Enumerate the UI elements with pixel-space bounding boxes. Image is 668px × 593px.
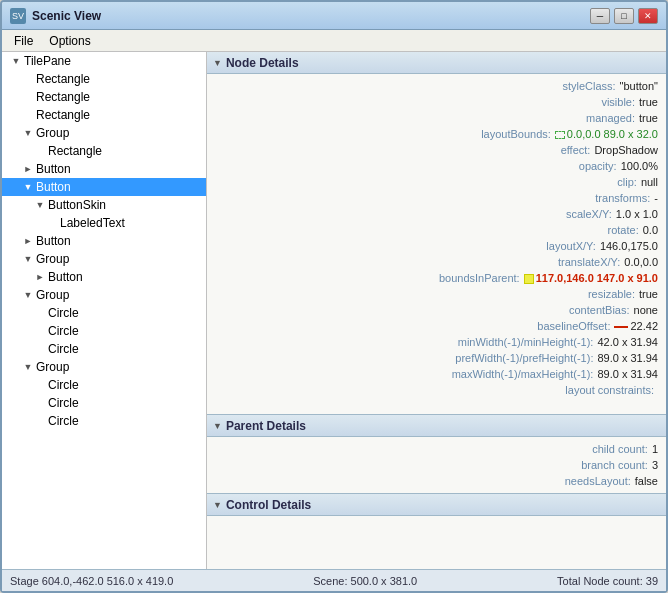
- tree-item-button3[interactable]: ► Button: [2, 232, 206, 250]
- toggle-button3[interactable]: ►: [22, 235, 34, 247]
- toggle-group1[interactable]: ▼: [22, 127, 34, 139]
- tree-item-circle4[interactable]: Circle: [2, 376, 206, 394]
- value-boundsinparent: 117.0,146.0 147.0 x 91.0: [524, 272, 658, 284]
- label-branchcount: branch count:: [581, 459, 648, 471]
- detail-baselineoffset: baselineOffset: 22.42: [207, 318, 666, 334]
- scene-tree[interactable]: ▼ TilePane Rectangle Rectangle Rectangle…: [2, 52, 207, 569]
- tree-item-circle2[interactable]: Circle: [2, 322, 206, 340]
- label-resizable: resizable:: [588, 288, 635, 300]
- tree-item-rect1[interactable]: Rectangle: [2, 70, 206, 88]
- label-boundsinparent: boundsInParent:: [439, 272, 520, 284]
- value-styleclass: "button": [620, 80, 658, 92]
- tree-label-group1: Group: [36, 126, 69, 140]
- tree-item-circle6[interactable]: Circle: [2, 412, 206, 430]
- toggle-button2[interactable]: ▼: [22, 181, 34, 193]
- close-button[interactable]: ✕: [638, 8, 658, 24]
- detail-scalexy: scaleX/Y: 1.0 x 1.0: [207, 206, 666, 222]
- value-layoutxy: 146.0,175.0: [600, 240, 658, 252]
- tree-item-rect2[interactable]: Rectangle: [2, 88, 206, 106]
- tree-label-button1: Button: [36, 162, 71, 176]
- value-clip: null: [641, 176, 658, 188]
- detail-branchcount: branch count: 3: [207, 457, 666, 473]
- toggle-group3[interactable]: ▼: [22, 289, 34, 301]
- menu-file[interactable]: File: [6, 32, 41, 50]
- value-resizable: true: [639, 288, 658, 300]
- detail-transforms: transforms: -: [207, 190, 666, 206]
- toggle-button1[interactable]: ►: [22, 163, 34, 175]
- value-opacity: 100.0%: [621, 160, 658, 172]
- detail-needslayout: needsLayout: false: [207, 473, 666, 489]
- detail-layoutxy: layoutX/Y: 146.0,175.0: [207, 238, 666, 254]
- tree-item-group1[interactable]: ▼ Group: [2, 124, 206, 142]
- detail-translatexy: translateX/Y: 0.0,0.0: [207, 254, 666, 270]
- value-branchcount: 3: [652, 459, 658, 471]
- parent-details-content: child count: 1 branch count: 3 needsLayo…: [207, 437, 666, 493]
- tree-label-rect4: Rectangle: [48, 144, 102, 158]
- label-opacity: opacity:: [579, 160, 617, 172]
- detail-visible: visible: true: [207, 94, 666, 110]
- label-effect: effect:: [561, 144, 591, 156]
- tree-label-group4: Group: [36, 360, 69, 374]
- node-details-toggle[interactable]: ▼: [213, 58, 222, 68]
- node-details-header: ▼ Node Details: [207, 52, 666, 74]
- control-details-toggle[interactable]: ▼: [213, 500, 222, 510]
- tree-label-labeledtext: LabeledText: [60, 216, 125, 230]
- status-bar: Stage 604.0,-462.0 516.0 x 419.0 Scene: …: [2, 569, 666, 591]
- parent-details-toggle[interactable]: ▼: [213, 421, 222, 431]
- tree-item-button1[interactable]: ► Button: [2, 160, 206, 178]
- tree-label-circle1: Circle: [48, 306, 79, 320]
- tree-item-button4[interactable]: ► Button: [2, 268, 206, 286]
- toggle-group4[interactable]: ▼: [22, 361, 34, 373]
- maximize-button[interactable]: □: [614, 8, 634, 24]
- toggle-buttonskin[interactable]: ▼: [34, 199, 46, 211]
- label-maxwh: maxWidth(-1)/maxHeight(-1):: [452, 368, 594, 380]
- detail-managed: managed: true: [207, 110, 666, 126]
- tree-item-group3[interactable]: ▼ Group: [2, 286, 206, 304]
- label-childcount: child count:: [592, 443, 648, 455]
- value-contentbias: none: [634, 304, 658, 316]
- toggle-circle3: [34, 343, 46, 355]
- tree-label-circle6: Circle: [48, 414, 79, 428]
- label-baselineoffset: baselineOffset:: [537, 320, 610, 332]
- tree-item-rect4[interactable]: Rectangle: [2, 142, 206, 160]
- tree-label-rect3: Rectangle: [36, 108, 90, 122]
- label-styleclass: styleClass:: [562, 80, 615, 92]
- tree-label-circle2: Circle: [48, 324, 79, 338]
- node-details-content: styleClass: "button" visible: true manag…: [207, 74, 666, 414]
- tree-item-tilepane[interactable]: ▼ TilePane: [2, 52, 206, 70]
- menu-bar: File Options: [2, 30, 666, 52]
- toggle-tilepane[interactable]: ▼: [10, 55, 22, 67]
- tree-label-button3: Button: [36, 234, 71, 248]
- label-transforms: transforms:: [595, 192, 650, 204]
- detail-opacity: opacity: 100.0%: [207, 158, 666, 174]
- toggle-button4[interactable]: ►: [34, 271, 46, 283]
- tree-item-rect3[interactable]: Rectangle: [2, 106, 206, 124]
- tree-label-circle3: Circle: [48, 342, 79, 356]
- label-layoutbounds: layoutBounds:: [481, 128, 551, 140]
- tree-item-button2[interactable]: ▼ Button: [2, 178, 206, 196]
- status-scene: Scene: 500.0 x 381.0: [313, 575, 417, 587]
- detail-minwh: minWidth(-1)/minHeight(-1): 42.0 x 31.94: [207, 334, 666, 350]
- status-stage: Stage 604.0,-462.0 516.0 x 419.0: [10, 575, 173, 587]
- label-contentbias: contentBias:: [569, 304, 630, 316]
- main-window: SV Scenic View ─ □ ✕ File Options ▼ Tile…: [0, 0, 668, 593]
- tree-item-group2[interactable]: ▼ Group: [2, 250, 206, 268]
- title-bar: SV Scenic View ─ □ ✕: [2, 2, 666, 30]
- tree-item-circle3[interactable]: Circle: [2, 340, 206, 358]
- toggle-rect1: [22, 73, 34, 85]
- toggle-group2[interactable]: ▼: [22, 253, 34, 265]
- tree-item-buttonskin[interactable]: ▼ ButtonSkin: [2, 196, 206, 214]
- detail-clip: clip: null: [207, 174, 666, 190]
- tree-item-circle5[interactable]: Circle: [2, 394, 206, 412]
- tree-item-circle1[interactable]: Circle: [2, 304, 206, 322]
- menu-options[interactable]: Options: [41, 32, 98, 50]
- value-baselineoffset: 22.42: [614, 320, 658, 332]
- tree-label-rect2: Rectangle: [36, 90, 90, 104]
- minimize-button[interactable]: ─: [590, 8, 610, 24]
- tree-item-labeledtext[interactable]: LabeledText: [2, 214, 206, 232]
- status-nodecount: Total Node count: 39: [557, 575, 658, 587]
- toggle-rect4: [34, 145, 46, 157]
- tree-label-button4: Button: [48, 270, 83, 284]
- tree-label-buttonskin: ButtonSkin: [48, 198, 106, 212]
- tree-item-group4[interactable]: ▼ Group: [2, 358, 206, 376]
